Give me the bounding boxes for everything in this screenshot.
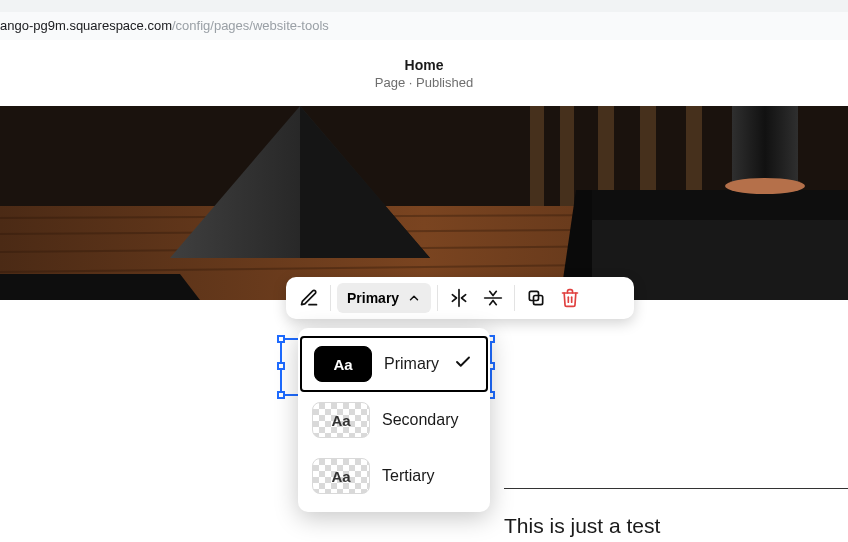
hero-image [0,106,848,300]
style-option-secondary[interactable]: Aa Secondary [298,392,490,448]
page-title: Home [405,57,444,73]
style-option-tertiary[interactable]: Aa Tertiary [298,448,490,504]
svg-point-19 [725,178,805,194]
style-option-label: Primary [384,355,439,373]
swatch-tertiary: Aa [312,458,370,494]
resize-handle-tl[interactable] [277,335,285,343]
svg-rect-18 [732,106,798,186]
url-host: ango-pg9m.squarespace.com [0,18,172,33]
page-header: Home Page · Published [0,40,848,106]
svg-marker-12 [0,274,200,300]
style-option-primary[interactable]: Aa Primary [300,336,488,392]
style-option-label: Secondary [382,411,459,429]
check-icon [454,353,472,375]
url-bar[interactable]: ango-pg9m.squarespace.com/config/pages/w… [0,12,848,40]
page-canvas: Aa Primary Aa Secondary Aa Tertiary This… [0,300,848,542]
browser-top-bar [0,0,848,12]
svg-rect-15 [592,190,848,220]
swatch-primary: Aa [314,346,372,382]
resize-handle-bl[interactable] [277,391,285,399]
swatch-secondary: Aa [312,402,370,438]
style-option-label: Tertiary [382,467,434,485]
url-path: /config/pages/website-tools [172,18,329,33]
button-style-dropdown: Aa Primary Aa Secondary Aa Tertiary [298,328,490,512]
resize-handle-ml[interactable] [277,362,285,370]
page-subtitle: Page · Published [375,75,473,90]
text-divider [504,488,848,489]
body-text[interactable]: This is just a test [504,514,660,538]
